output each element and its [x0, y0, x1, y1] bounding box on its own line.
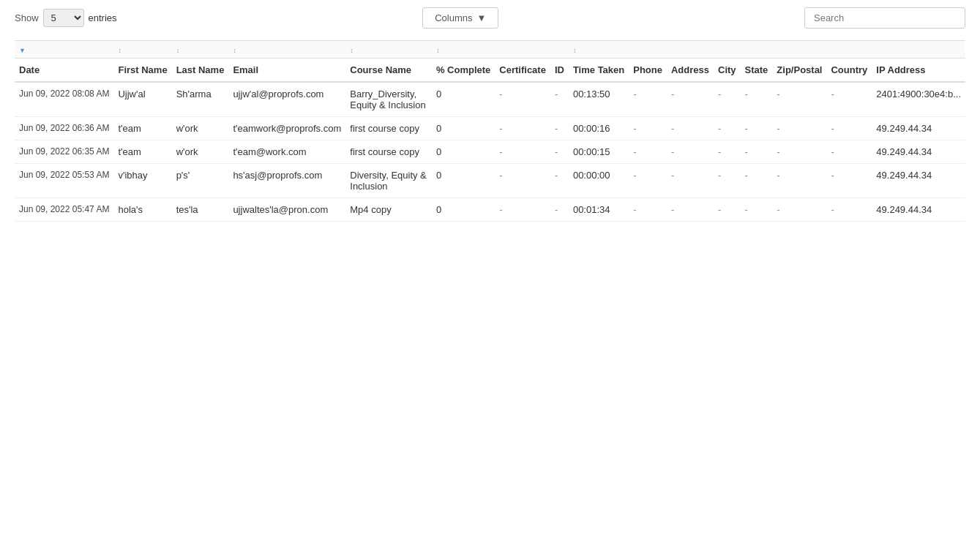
cell-id: - [550, 82, 569, 117]
cell-pct: 0 [432, 117, 495, 140]
col-header-firstname: First Name [113, 59, 171, 83]
col-header-lastname: Last Name [172, 59, 229, 83]
cell-city: - [714, 117, 741, 140]
sort-lastname[interactable]: ↕ [172, 41, 229, 59]
cell-zip: - [772, 140, 826, 164]
top-controls: Show 5 10 25 50 100 entries Columns ▼ [15, 7, 965, 29]
cell-timetaken: 00:00:15 [569, 140, 629, 164]
cell-lastname: w'ork [172, 117, 229, 140]
sort-icon-email[interactable]: ↕ [233, 48, 236, 54]
cell-country: - [826, 82, 872, 117]
sort-id [550, 41, 569, 59]
col-header-email: Email [228, 59, 345, 83]
cell-state: - [741, 117, 773, 140]
data-table-wrapper: ▼ ↕ ↕ ↕ ↕ ↕ ↕ [15, 40, 965, 222]
entries-select[interactable]: 5 10 25 50 100 [43, 9, 84, 27]
cell-lastname: p's' [172, 164, 229, 198]
sort-firstname[interactable]: ↕ [113, 41, 171, 59]
sort-email[interactable]: ↕ [228, 41, 345, 59]
cell-address: - [667, 140, 714, 164]
cell-date: Jun 09, 2022 05:47 AM [15, 198, 113, 222]
col-header-country: Country [826, 59, 872, 83]
cell-firstname: Ujjw'al [113, 82, 171, 117]
cell-email: t'eam@work.com [228, 140, 345, 164]
cell-zip: - [772, 164, 826, 198]
sort-icon-lastname[interactable]: ↕ [176, 48, 180, 54]
col-header-phone: Phone [629, 59, 667, 83]
sort-icon-timetaken[interactable]: ↕ [573, 48, 577, 54]
cell-firstname: v'ibhay [113, 164, 171, 198]
col-header-certificate: Certificate [495, 59, 550, 83]
cell-phone: - [629, 117, 667, 140]
cell-date: Jun 09, 2022 06:36 AM [15, 117, 113, 140]
cell-coursename: first course copy [345, 140, 432, 164]
cell-firstname: hola's [113, 198, 171, 222]
cell-email: ujjwaltes'la@pron.com [228, 198, 345, 222]
sort-address [667, 41, 714, 59]
cell-zip: - [772, 198, 826, 222]
columns-button[interactable]: Columns ▼ [422, 7, 498, 29]
sort-city [714, 41, 741, 59]
cell-date: Jun 09, 2022 06:35 AM [15, 140, 113, 164]
entries-label: entries [89, 12, 117, 23]
columns-button-label: Columns [435, 12, 472, 23]
sort-phone [629, 41, 667, 59]
cell-lastname: Sh'arma [172, 82, 229, 117]
cell-ip: 49.249.44.34 [872, 164, 965, 198]
sort-cert [495, 41, 550, 59]
cell-timetaken: 00:00:16 [569, 117, 629, 140]
col-header-zip: Zip/Postal [772, 59, 826, 83]
cell-certificate: - [495, 164, 550, 198]
cell-zip: - [772, 117, 826, 140]
cell-state: - [741, 164, 773, 198]
sort-icon-pct[interactable]: ↕ [436, 48, 440, 54]
cell-pct: 0 [432, 82, 495, 117]
cell-date: Jun 09, 2022 08:08 AM [15, 82, 113, 117]
col-header-address: Address [667, 59, 714, 83]
table-row: Jun 09, 2022 05:53 AMv'ibhayp's'hs'asj@p… [15, 164, 965, 198]
table-row: Jun 09, 2022 05:47 AMhola'stes'laujjwalt… [15, 198, 965, 222]
sort-date[interactable]: ▼ [15, 41, 113, 59]
cell-address: - [667, 164, 714, 198]
cell-id: - [550, 140, 569, 164]
cell-firstname: t'eam [113, 117, 171, 140]
data-table: ▼ ↕ ↕ ↕ ↕ ↕ ↕ [15, 40, 965, 222]
col-header-timetaken: Time Taken [569, 59, 629, 83]
cell-state: - [741, 198, 773, 222]
sort-row: ▼ ↕ ↕ ↕ ↕ ↕ ↕ [15, 41, 965, 59]
col-header-city: City [714, 59, 741, 83]
cell-city: - [714, 164, 741, 198]
sort-icon-date[interactable]: ▼ [19, 48, 26, 54]
sort-zip [772, 41, 826, 59]
sort-pct[interactable]: ↕ [432, 41, 495, 59]
cell-country: - [826, 164, 872, 198]
sort-icon-coursename[interactable]: ↕ [350, 48, 354, 54]
cell-certificate: - [495, 140, 550, 164]
cell-address: - [667, 198, 714, 222]
cell-pct: 0 [432, 164, 495, 198]
cell-id: - [550, 164, 569, 198]
table-row: Jun 09, 2022 08:08 AMUjjw'alSh'armaujjw'… [15, 82, 965, 117]
search-input[interactable] [804, 7, 965, 29]
cell-ip: 49.249.44.34 [872, 198, 965, 222]
sort-coursename[interactable]: ↕ [345, 41, 432, 59]
cell-state: - [741, 140, 773, 164]
cell-id: - [550, 117, 569, 140]
sort-state [741, 41, 773, 59]
col-header-coursename: Course Name [345, 59, 432, 83]
cell-country: - [826, 140, 872, 164]
cell-pct: 0 [432, 140, 495, 164]
sort-icon-firstname[interactable]: ↕ [118, 48, 121, 54]
cell-lastname: tes'la [172, 198, 229, 222]
cell-certificate: - [495, 82, 550, 117]
cell-phone: - [629, 140, 667, 164]
cell-email: hs'asj@proprofs.com [228, 164, 345, 198]
cell-ip: 49.249.44.34 [872, 140, 965, 164]
cell-timetaken: 00:13:50 [569, 82, 629, 117]
cell-certificate: - [495, 198, 550, 222]
col-header-date: Date [15, 59, 113, 83]
col-header-state: State [741, 59, 773, 83]
cell-city: - [714, 198, 741, 222]
sort-timetaken[interactable]: ↕ [569, 41, 629, 59]
cell-timetaken: 00:00:00 [569, 164, 629, 198]
